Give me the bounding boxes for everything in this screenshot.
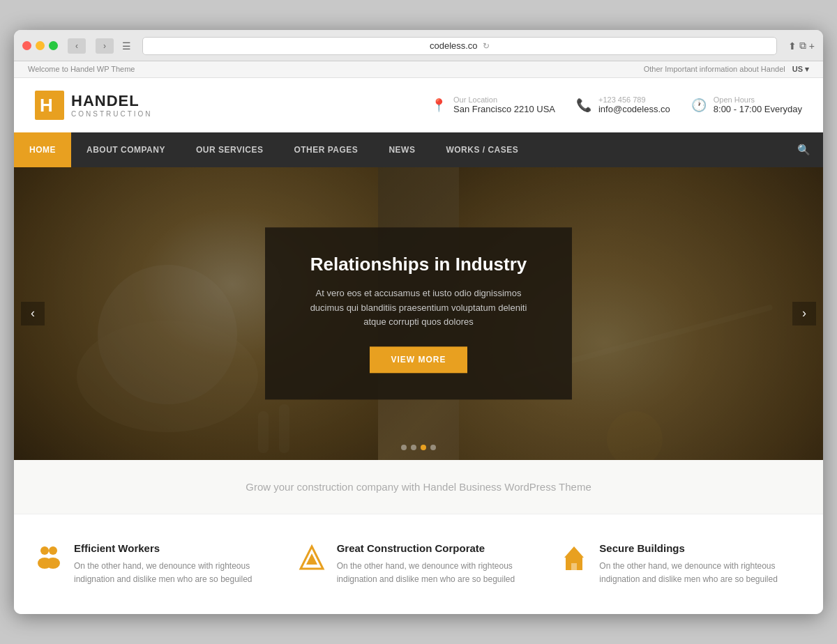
svg-point-8 bbox=[40, 546, 49, 555]
search-icon[interactable]: 🔍 bbox=[785, 132, 823, 167]
buildings-icon bbox=[560, 544, 588, 578]
location-value: San Francisco 2210 USA bbox=[453, 104, 555, 114]
feature-corporate-desc: On the other hand, we denounce with righ… bbox=[337, 560, 540, 586]
dot-4[interactable] bbox=[430, 445, 436, 450]
features-section: Efficient Workers On the other hand, we … bbox=[14, 514, 823, 614]
refresh-icon[interactable]: ↻ bbox=[483, 41, 490, 51]
feature-workers-title: Efficient Workers bbox=[74, 542, 277, 554]
address-bar[interactable]: codeless.co ↻ bbox=[142, 37, 777, 55]
lang-chevron-icon: ▾ bbox=[805, 65, 809, 74]
hero-title: Relationships in Industry bbox=[303, 254, 534, 275]
traffic-light-green[interactable] bbox=[49, 41, 58, 50]
phone-details: +123 456 789 info@codeless.co bbox=[598, 95, 670, 114]
feature-workers-desc: On the other hand, we denounce with righ… bbox=[74, 560, 277, 586]
logo[interactable]: H HANDEL CONSTRUCTION bbox=[35, 91, 153, 120]
traffic-light-yellow[interactable] bbox=[36, 41, 45, 50]
svg-marker-15 bbox=[564, 546, 584, 558]
sidebar-button[interactable]: ☰ bbox=[122, 40, 131, 52]
tagline-text: Grow your construction company with Hand… bbox=[35, 481, 802, 493]
svg-point-9 bbox=[49, 546, 57, 555]
location-details: Our Location San Francisco 2210 USA bbox=[453, 95, 555, 114]
email-value: info@codeless.co bbox=[598, 104, 670, 114]
hero-content-box: Relationships in Industry At vero eos et… bbox=[265, 227, 572, 399]
location-label: Our Location bbox=[453, 95, 555, 104]
new-tab-button[interactable]: ⧉ bbox=[799, 40, 806, 52]
clock-icon: 🕐 bbox=[691, 98, 707, 113]
dot-1[interactable] bbox=[401, 445, 407, 450]
hours-label: Open Hours bbox=[714, 95, 802, 104]
feature-workers-text: Efficient Workers On the other hand, we … bbox=[74, 542, 277, 586]
browser-chrome: ‹ › ☰ codeless.co ↻ ⬆ ⧉ + bbox=[14, 30, 823, 61]
nav-item-services[interactable]: OUR SERVICES bbox=[181, 132, 278, 167]
corporate-icon bbox=[298, 544, 326, 578]
svg-point-11 bbox=[46, 558, 60, 569]
feature-buildings-desc: On the other hand, we denounce with righ… bbox=[599, 560, 802, 586]
svg-rect-16 bbox=[571, 563, 577, 570]
language-selector[interactable]: US ▾ bbox=[792, 65, 809, 74]
main-navigation: HOME ABOUT COMPANY OUR SERVICES OTHER PA… bbox=[14, 132, 823, 167]
feature-buildings-text: Secure Buildings On the other hand, we d… bbox=[599, 542, 802, 586]
nav-item-other-pages[interactable]: OTHER PAGES bbox=[278, 132, 373, 167]
tagline-section: Grow your construction company with Hand… bbox=[14, 460, 823, 514]
dot-2[interactable] bbox=[411, 445, 416, 450]
top-bar-info: Other Important information about Handel bbox=[644, 65, 785, 73]
hours-value: 8:00 - 17:00 Everyday bbox=[714, 104, 802, 114]
share-button[interactable]: ⬆ bbox=[788, 40, 797, 52]
logo-text: HANDEL CONSTRUCTION bbox=[71, 92, 153, 118]
header-contact-info: 📍 Our Location San Francisco 2210 USA 📞 … bbox=[431, 95, 802, 114]
phone-label: +123 456 789 bbox=[598, 95, 670, 104]
logo-icon: H bbox=[35, 91, 64, 120]
feature-corporate-title: Great Construction Corporate bbox=[337, 542, 540, 554]
logo-brand-name: HANDEL bbox=[71, 92, 153, 110]
feature-item-corporate: Great Construction Corporate On the othe… bbox=[298, 542, 540, 586]
nav-item-news[interactable]: NEWS bbox=[373, 132, 430, 167]
nav-item-works[interactable]: WORKS / CASES bbox=[430, 132, 534, 167]
feature-buildings-title: Secure Buildings bbox=[599, 542, 802, 554]
nav-item-home[interactable]: HOME bbox=[14, 132, 71, 167]
forward-button[interactable]: › bbox=[96, 38, 114, 54]
feature-item-buildings: Secure Buildings On the other hand, we d… bbox=[560, 542, 802, 586]
language-label: US bbox=[792, 65, 803, 73]
hero-description: At vero eos et accusamus et iusto odio d… bbox=[303, 286, 534, 330]
site-header: H HANDEL CONSTRUCTION 📍 Our Location San… bbox=[14, 78, 823, 132]
logo-subtitle: CONSTRUCTION bbox=[71, 110, 153, 118]
hours-details: Open Hours 8:00 - 17:00 Everyday bbox=[714, 95, 802, 114]
nav-item-about[interactable]: ABOUT COMPANY bbox=[71, 132, 181, 167]
slider-dots bbox=[401, 445, 436, 450]
workers-icon bbox=[35, 544, 63, 578]
top-bar-left: Welcome to Handel WP Theme bbox=[28, 65, 135, 74]
dot-3[interactable] bbox=[421, 445, 426, 450]
feature-item-workers: Efficient Workers On the other hand, we … bbox=[35, 542, 277, 586]
hero-slider: ‹ Relationships in Industry At vero eos … bbox=[14, 167, 823, 460]
hero-view-more-button[interactable]: VIEW MORE bbox=[370, 347, 467, 374]
back-button[interactable]: ‹ bbox=[68, 38, 86, 54]
slider-next-button[interactable]: › bbox=[792, 302, 816, 325]
top-bar: Welcome to Handel WP Theme Other Importa… bbox=[14, 61, 823, 78]
feature-corporate-text: Great Construction Corporate On the othe… bbox=[337, 542, 540, 586]
add-tab-button[interactable]: + bbox=[809, 40, 815, 52]
phone-icon: 📞 bbox=[576, 98, 591, 113]
traffic-light-red[interactable] bbox=[22, 41, 31, 50]
svg-text:H: H bbox=[40, 95, 53, 116]
phone-info: 📞 +123 456 789 info@codeless.co bbox=[576, 95, 670, 114]
slider-prev-button[interactable]: ‹ bbox=[21, 302, 45, 325]
location-icon: 📍 bbox=[431, 98, 446, 113]
nav-spacer bbox=[534, 132, 785, 167]
location-info: 📍 Our Location San Francisco 2210 USA bbox=[431, 95, 555, 114]
url-text: codeless.co bbox=[430, 40, 478, 51]
traffic-lights bbox=[22, 41, 58, 50]
browser-actions: ⬆ ⧉ + bbox=[788, 40, 815, 52]
top-bar-right: Other Important information about Handel… bbox=[644, 65, 809, 74]
browser-window: ‹ › ☰ codeless.co ↻ ⬆ ⧉ + Welcome to Han… bbox=[14, 30, 823, 614]
hours-info: 🕐 Open Hours 8:00 - 17:00 Everyday bbox=[691, 95, 802, 114]
